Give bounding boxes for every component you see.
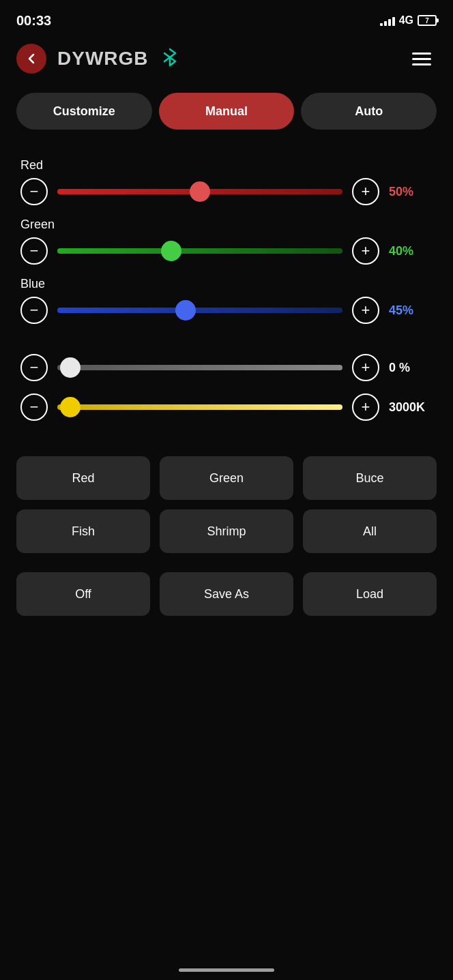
blue-minus-button[interactable]: − bbox=[20, 297, 48, 324]
red-thumb[interactable] bbox=[190, 181, 210, 202]
preset-red[interactable]: Red bbox=[16, 456, 150, 500]
status-right: 4G 7 bbox=[380, 14, 437, 27]
load-button[interactable]: Load bbox=[303, 572, 437, 616]
blue-thumb[interactable] bbox=[175, 300, 196, 321]
preset-fish[interactable]: Fish bbox=[16, 509, 150, 553]
red-plus-button[interactable]: + bbox=[352, 178, 379, 205]
red-slider-row: − + 50% bbox=[20, 178, 433, 205]
white-slider-row: − + 0 % bbox=[20, 354, 433, 381]
green-slider-row: − + 40% bbox=[20, 237, 433, 265]
green-slider-track-container[interactable] bbox=[57, 248, 342, 254]
off-button[interactable]: Off bbox=[16, 572, 150, 616]
home-indicator bbox=[179, 968, 274, 972]
green-minus-button[interactable]: − bbox=[20, 237, 48, 265]
red-value: 50% bbox=[389, 185, 433, 199]
cct-track bbox=[57, 404, 342, 410]
preset-buce[interactable]: Buce bbox=[303, 456, 437, 500]
white-thumb[interactable] bbox=[60, 357, 81, 378]
status-bar: 00:33 4G 7 bbox=[0, 0, 453, 37]
save-as-button[interactable]: Save As bbox=[160, 572, 293, 616]
blue-value: 45% bbox=[389, 303, 433, 318]
network-label: 4G bbox=[399, 14, 413, 27]
white-slider-track-container[interactable] bbox=[57, 365, 342, 370]
blue-track bbox=[57, 308, 342, 313]
cct-plus-button[interactable]: + bbox=[352, 394, 379, 421]
menu-button[interactable] bbox=[407, 47, 437, 71]
blue-label: Blue bbox=[20, 277, 433, 291]
signal-icon bbox=[380, 15, 395, 26]
cct-value: 3000K bbox=[389, 400, 433, 415]
presets-grid: Red Green Buce Fish Shrimp All bbox=[16, 456, 437, 553]
blue-slider-track-container[interactable] bbox=[57, 308, 342, 313]
red-slider-track-container[interactable] bbox=[57, 189, 342, 194]
blue-slider-row: − + 45% bbox=[20, 297, 433, 324]
preset-shrimp[interactable]: Shrimp bbox=[160, 509, 293, 553]
status-time: 00:33 bbox=[16, 13, 51, 29]
preset-green[interactable]: Green bbox=[160, 456, 293, 500]
white-value: 0 % bbox=[389, 361, 433, 375]
red-slider-group: Red − + 50% bbox=[20, 158, 433, 205]
red-minus-button[interactable]: − bbox=[20, 178, 48, 205]
blue-plus-button[interactable]: + bbox=[352, 297, 379, 324]
battery-icon: 7 bbox=[418, 15, 437, 26]
tab-manual[interactable]: Manual bbox=[159, 93, 295, 130]
cct-minus-button[interactable]: − bbox=[20, 394, 48, 421]
cct-thumb[interactable] bbox=[60, 397, 81, 417]
preset-all[interactable]: All bbox=[303, 509, 437, 553]
header: DYWRGB bbox=[0, 37, 453, 80]
blue-slider-group: Blue − + 45% bbox=[20, 277, 433, 324]
extra-sliders: − + 0 % − + 3000K bbox=[0, 343, 453, 440]
bluetooth-icon bbox=[162, 48, 177, 70]
green-value: 40% bbox=[389, 244, 433, 258]
white-minus-button[interactable]: − bbox=[20, 354, 48, 381]
cct-slider-row: − + 3000K bbox=[20, 394, 433, 421]
white-slider-group: − + 0 % bbox=[20, 354, 433, 381]
tab-customize[interactable]: Customize bbox=[16, 93, 152, 130]
actions-section: Off Save As Load bbox=[0, 553, 453, 616]
cct-slider-track-container[interactable] bbox=[57, 404, 342, 410]
cct-slider-group: − + 3000K bbox=[20, 394, 433, 421]
red-track bbox=[57, 189, 342, 194]
back-button[interactable] bbox=[16, 44, 46, 74]
tab-auto[interactable]: Auto bbox=[301, 93, 437, 130]
green-plus-button[interactable]: + bbox=[352, 237, 379, 265]
white-track bbox=[57, 365, 342, 370]
actions-row: Off Save As Load bbox=[16, 572, 437, 616]
rgb-sliders: Red − + 50% Green − + 40% Blue bbox=[0, 142, 453, 343]
white-plus-button[interactable]: + bbox=[352, 354, 379, 381]
app-title: DYWRGB bbox=[57, 48, 149, 70]
red-label: Red bbox=[20, 158, 433, 173]
tab-row: Customize Manual Auto bbox=[0, 80, 453, 142]
green-track bbox=[57, 248, 342, 254]
green-slider-group: Green − + 40% bbox=[20, 218, 433, 265]
green-thumb[interactable] bbox=[161, 241, 181, 261]
green-label: Green bbox=[20, 218, 433, 232]
presets-section: Red Green Buce Fish Shrimp All bbox=[0, 440, 453, 553]
